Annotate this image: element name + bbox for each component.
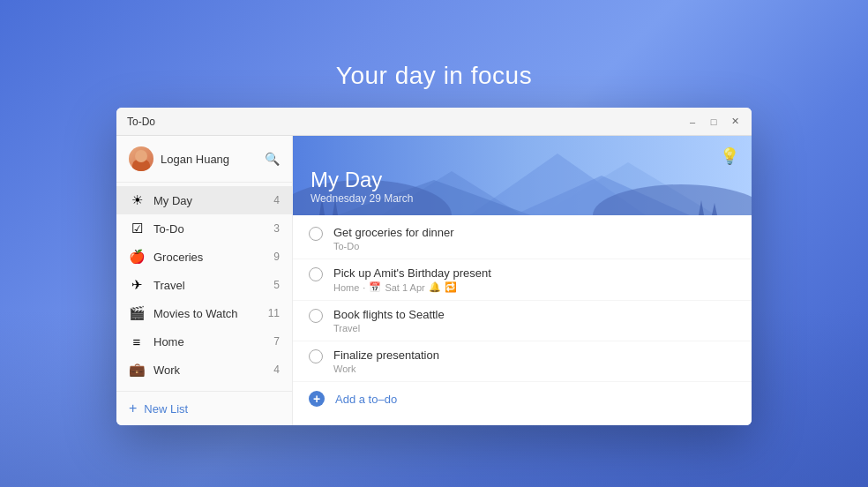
task-meta: Home · 📅 Sat 1 Apr 🔔 🔁 — [333, 281, 736, 293]
repeat-icon: 🔁 — [445, 281, 457, 293]
task-list: Get groceries for dinner To-Do Pick up A… — [293, 215, 752, 425]
task-content: Pick up Amit's Birthday present Home · 📅… — [333, 266, 736, 293]
task-meta-list: To-Do — [333, 241, 359, 251]
work-count: 4 — [273, 363, 280, 376]
sidebar-item-to-do[interactable]: ☑ To-Do 3 — [116, 214, 292, 243]
groceries-label: Groceries — [153, 251, 265, 264]
task-meta: To-Do — [333, 241, 736, 251]
task-content: Book flights to Seattle Travel — [333, 308, 736, 333]
movies-label: Movies to Watch — [153, 307, 259, 320]
work-label: Work — [153, 363, 265, 377]
task-title: Get groceries for dinner — [333, 226, 736, 239]
task-content: Finalize presentation Work — [333, 348, 736, 374]
groceries-icon: 🍎 — [129, 249, 145, 265]
main-header: My Day Wednesday 29 March 💡 — [293, 136, 752, 215]
title-bar: To-Do – □ ✕ — [116, 108, 752, 136]
movies-count: 11 — [268, 307, 280, 319]
groceries-count: 9 — [273, 251, 280, 263]
to-do-icon: ☑ — [129, 221, 145, 236]
add-task-icon: + — [309, 391, 325, 407]
task-date: Sat 1 Apr — [385, 282, 424, 293]
plus-icon: + — [129, 401, 137, 416]
app-window: To-Do – □ ✕ Logan Huang 🔍 ☀ My Day — [116, 108, 752, 425]
avatar — [129, 146, 153, 171]
task-item-task-3[interactable]: Book flights to Seattle Travel — [293, 301, 752, 341]
task-checkbox[interactable] — [309, 267, 323, 281]
main-title: My Day — [311, 168, 734, 192]
add-task-row[interactable]: + Add a to–do — [293, 382, 752, 416]
sidebar-item-work[interactable]: 💼 Work 4 — [116, 356, 292, 384]
sidebar-item-my-day[interactable]: ☀ My Day 4 — [116, 186, 292, 214]
home-label: Home — [153, 335, 265, 348]
travel-icon: ✈ — [129, 277, 145, 293]
dot-separator: · — [363, 282, 365, 293]
sidebar-item-home[interactable]: ≡ Home 7 — [116, 327, 292, 356]
sidebar: Logan Huang 🔍 ☀ My Day 4 ☑ To-Do 3 🍎 Gro… — [116, 136, 293, 425]
user-name: Logan Huang — [161, 153, 229, 166]
task-item-task-4[interactable]: Finalize presentation Work — [293, 341, 752, 382]
my-day-count: 4 — [273, 194, 280, 206]
sidebar-footer: + New List — [116, 391, 292, 425]
sidebar-item-groceries[interactable]: 🍎 Groceries 9 — [116, 243, 292, 271]
home-count: 7 — [273, 335, 280, 348]
task-title: Pick up Amit's Birthday present — [333, 266, 736, 280]
new-list-label: New List — [144, 402, 188, 416]
maximize-button[interactable]: □ — [707, 116, 720, 128]
task-title: Finalize presentation — [333, 348, 736, 362]
to-do-label: To-Do — [153, 222, 265, 236]
task-meta-list: Work — [333, 363, 355, 374]
travel-label: Travel — [153, 279, 265, 292]
work-icon: 💼 — [129, 362, 145, 378]
sidebar-item-movies[interactable]: 🎬 Movies to Watch 11 — [116, 299, 292, 327]
minimize-button[interactable]: – — [686, 116, 699, 128]
task-checkbox[interactable] — [309, 227, 323, 241]
sidebar-item-travel[interactable]: ✈ Travel 5 — [116, 271, 292, 299]
window-title: To-Do — [127, 116, 686, 128]
task-meta-list: Home — [333, 282, 359, 293]
close-button[interactable]: ✕ — [729, 116, 741, 128]
task-meta: Work — [333, 363, 736, 374]
window-controls: – □ ✕ — [686, 116, 741, 128]
lightbulb-icon[interactable]: 💡 — [720, 146, 739, 166]
user-info: Logan Huang — [129, 146, 229, 171]
reminder-icon: 🔔 — [429, 281, 441, 293]
my-day-icon: ☀ — [129, 192, 145, 208]
my-day-label: My Day — [153, 194, 265, 207]
sidebar-header: Logan Huang 🔍 — [116, 136, 292, 183]
sidebar-nav: ☀ My Day 4 ☑ To-Do 3 🍎 Groceries 9 ✈ Tra… — [116, 183, 292, 391]
task-meta-list: Travel — [333, 323, 360, 333]
task-content: Get groceries for dinner To-Do — [333, 226, 736, 251]
add-task-label: Add a to–do — [335, 393, 397, 406]
search-icon[interactable]: 🔍 — [265, 152, 280, 166]
to-do-count: 3 — [273, 222, 280, 235]
main-subtitle: Wednesday 29 March — [311, 192, 734, 205]
task-checkbox[interactable] — [309, 309, 323, 323]
travel-count: 5 — [273, 279, 280, 291]
app-body: Logan Huang 🔍 ☀ My Day 4 ☑ To-Do 3 🍎 Gro… — [116, 136, 752, 425]
new-list-button[interactable]: + New List — [129, 401, 280, 416]
home-icon: ≡ — [129, 333, 145, 349]
task-item-task-1[interactable]: Get groceries for dinner To-Do — [293, 219, 752, 259]
task-checkbox[interactable] — [309, 349, 323, 363]
task-item-task-2[interactable]: Pick up Amit's Birthday present Home · 📅… — [293, 259, 752, 301]
calendar-icon: 📅 — [369, 281, 381, 293]
task-meta: Travel — [333, 323, 736, 333]
page-headline: Your day in focus — [336, 62, 532, 90]
main-panel: My Day Wednesday 29 March 💡 Get grocerie… — [293, 136, 752, 425]
movies-icon: 🎬 — [129, 305, 145, 321]
task-title: Book flights to Seattle — [333, 308, 736, 321]
